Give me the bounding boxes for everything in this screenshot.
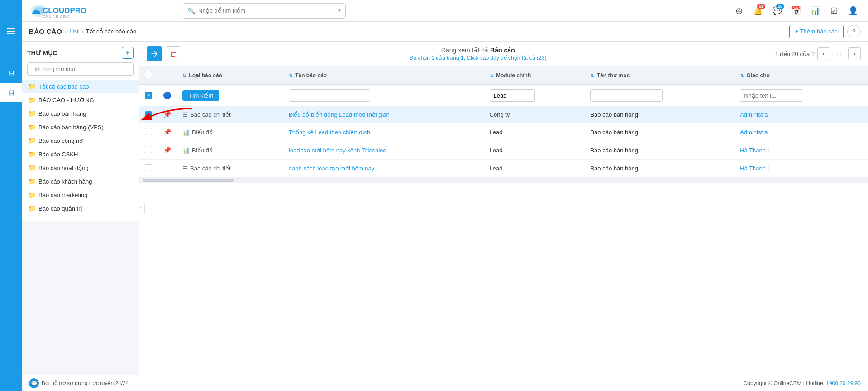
sidebar-item[interactable]: 📁 Báo cáo công nợ xyxy=(22,134,139,147)
add-report-button[interactable]: + Thêm báo cáo xyxy=(789,25,844,38)
search-input[interactable] xyxy=(198,7,335,14)
content-layout: THƯ MỤC + 📁 Tất cả các báo cáo 📁 BÁO CÁO… xyxy=(22,42,868,375)
rail-report-btn[interactable]: ⊟ xyxy=(0,83,22,102)
sidebar-item[interactable]: 📁 Báo cáo CSKH xyxy=(22,147,139,161)
sidebar-item[interactable]: 📁 Tất cả các báo cáo xyxy=(22,80,139,93)
delete-button[interactable]: 🗑 xyxy=(166,46,181,61)
next-page-button[interactable]: › xyxy=(848,47,861,60)
row1-name-cell[interactable]: Biểu đồ biến động Lead theo thời gian xyxy=(283,106,484,123)
module-header[interactable]: ⇅ Module chính xyxy=(484,66,585,85)
report-name-header[interactable]: ⇅ Tên báo cáo xyxy=(283,66,484,85)
list-icon: ☰ xyxy=(182,165,188,172)
search-checkbox[interactable] xyxy=(145,92,152,99)
table-wrap: ⇅ Loại báo cáo ⇅ Tên báo cáo ⇅ Module ch… xyxy=(139,66,868,375)
row4-check-cell xyxy=(139,159,157,177)
sidebar-item[interactable]: 📁 Báo cáo quản trị xyxy=(22,202,139,215)
row3-name-cell[interactable]: lead tạo mới hôm nay kênh Telesales xyxy=(283,141,484,159)
sidebar-item-label: Báo cáo khách hàng xyxy=(38,178,92,185)
message-btn[interactable]: 💬 10 xyxy=(769,3,785,19)
left-sidebar: THƯ MỤC + 📁 Tất cả các báo cáo 📁 BÁO CÁO… xyxy=(22,42,139,221)
search-icon: 🔍 xyxy=(188,7,196,14)
footer-copyright: Copyright © OnlineCRM | Hotline: 1900 29… xyxy=(744,380,861,386)
sidebar-search-bar[interactable] xyxy=(27,62,134,76)
search-icon-btn[interactable]: 🔵 xyxy=(163,91,172,99)
row3-action-cell: 📌 xyxy=(157,141,177,159)
main-content: 🗑 Đang xem tất cả Báo cáo Đã chọn 1 của … xyxy=(139,42,868,375)
name-search-input[interactable] xyxy=(289,89,370,102)
row1-checkbox[interactable] xyxy=(145,111,152,118)
row4-action-cell xyxy=(157,159,177,177)
sidebar-item[interactable]: 📁 Báo cáo bán hàng xyxy=(22,107,139,120)
row4-assignee-cell[interactable]: Hà Thanh I xyxy=(734,159,868,177)
search-bar[interactable]: 🔍 ▾ xyxy=(183,3,346,19)
sidebar-item[interactable]: 📁 Báo cáo khách hàng xyxy=(22,174,139,188)
checkbox-btn[interactable]: ☑ xyxy=(826,3,842,19)
row3-checkbox[interactable] xyxy=(145,146,152,153)
pagination: 1 đến 20 của ? ‹ ··· › xyxy=(775,47,861,60)
help-button[interactable]: ? xyxy=(847,25,861,38)
folder-search-input[interactable] xyxy=(590,89,663,102)
page-title: BÁO CÁO xyxy=(29,28,62,35)
sidebar-item-label: Tất cả các báo cáo xyxy=(38,83,89,90)
search-button[interactable]: Tìm kiếm xyxy=(182,90,219,101)
rail-menu-btn[interactable] xyxy=(0,22,22,41)
sidebar-item[interactable]: 📁 BÁO CÁO - HƯỚNG xyxy=(22,93,139,107)
folder-icon: 📁 xyxy=(28,164,36,171)
reports-table: ⇅ Loại báo cáo ⇅ Tên báo cáo ⇅ Module ch… xyxy=(139,66,868,178)
footer-bot: 💬 Bot hỗ trợ sử dụng trực tuyến 24/24 xyxy=(29,378,129,388)
rail-home-btn[interactable]: ⊟ xyxy=(0,63,22,82)
row2-assignee-cell[interactable]: Administra xyxy=(734,123,868,141)
notification-btn[interactable]: 🔔 51 xyxy=(750,3,766,19)
sidebar-item[interactable]: 📁 Báo cáo bán hàng (VPS) xyxy=(22,120,139,134)
row1-folder-cell: Báo cáo bán hàng xyxy=(585,106,734,123)
row3-pin-icon[interactable]: 📌 xyxy=(163,146,171,154)
sidebar-search-input[interactable] xyxy=(31,66,129,72)
folder-icon: 📁 xyxy=(28,151,36,158)
row4-checkbox[interactable] xyxy=(145,164,152,171)
table-row: ☰ Báo cáo chi tiết danh sách lead tạo mớ… xyxy=(139,159,868,177)
row1-module-cell: Công ty xyxy=(484,106,585,123)
calendar-btn[interactable]: 📅 xyxy=(788,3,804,19)
chart-btn[interactable]: 📊 xyxy=(807,3,823,19)
row2-checkbox[interactable] xyxy=(145,128,152,135)
folder-header[interactable]: ⇅ Tên thư mục xyxy=(585,66,734,85)
select-all-checkbox[interactable] xyxy=(145,71,152,78)
scroll-thumb[interactable] xyxy=(143,179,234,182)
row2-pin-icon[interactable]: 📌 xyxy=(163,128,171,136)
search-row-check-cell xyxy=(139,85,157,107)
horizontal-scrollbar[interactable] xyxy=(139,178,868,183)
select-all-header[interactable] xyxy=(139,66,157,85)
row1-pin-icon[interactable]: 📌 xyxy=(163,111,171,118)
folder-icon: 📁 xyxy=(28,83,36,90)
prev-page-button[interactable]: ‹ xyxy=(817,47,830,60)
notification-badge: 51 xyxy=(757,4,765,9)
chart-icon: 📊 xyxy=(182,147,190,154)
row3-check-cell xyxy=(139,141,157,159)
assignee-header[interactable]: ⇅ Giao cho xyxy=(734,66,868,85)
report-type-header[interactable]: ⇅ Loại báo cáo xyxy=(177,66,283,85)
content-title: Đang xem tất cả Báo cáo xyxy=(185,47,771,54)
row1-assignee-cell[interactable]: Administra xyxy=(734,106,868,123)
add-btn[interactable]: ⊕ xyxy=(731,3,747,19)
assignee-search-input[interactable] xyxy=(740,89,803,102)
row2-name-cell[interactable]: Thống kê Lead theo chiến dịch xyxy=(283,123,484,141)
sidebar-add-button[interactable]: + xyxy=(122,47,134,59)
row2-module-cell: Lead xyxy=(484,123,585,141)
user-btn[interactable]: 👤 xyxy=(845,3,861,19)
breadcrumb-list[interactable]: List xyxy=(69,28,78,35)
select-all-link[interactable]: Đã chọn 1 của trang 1, Click vào đây để … xyxy=(185,55,771,61)
search-row-type-cell: Tìm kiếm xyxy=(177,85,283,107)
sidebar-collapse-button[interactable]: ‹ xyxy=(136,202,145,215)
move-button[interactable] xyxy=(147,46,162,61)
module-search-input[interactable] xyxy=(490,89,535,102)
search-row-folder-cell xyxy=(585,85,734,107)
breadcrumb-actions: + Thêm báo cáo ? xyxy=(789,25,861,38)
sort-icon: ⇅ xyxy=(740,73,744,78)
row4-name-cell[interactable]: danh sách lead tạo mới hôm nay xyxy=(283,159,484,177)
content-toolbar: 🗑 Đang xem tất cả Báo cáo Đã chọn 1 của … xyxy=(139,42,868,66)
sidebar-item[interactable]: 📁 Báo cáo hoạt động xyxy=(22,161,139,174)
sidebar-item[interactable]: 📁 Báo cáo marketing xyxy=(22,188,139,202)
page-options-button[interactable]: ··· xyxy=(833,47,845,60)
sort-icon: ⇅ xyxy=(590,73,594,78)
row3-assignee-cell[interactable]: Hà Thanh I xyxy=(734,141,868,159)
